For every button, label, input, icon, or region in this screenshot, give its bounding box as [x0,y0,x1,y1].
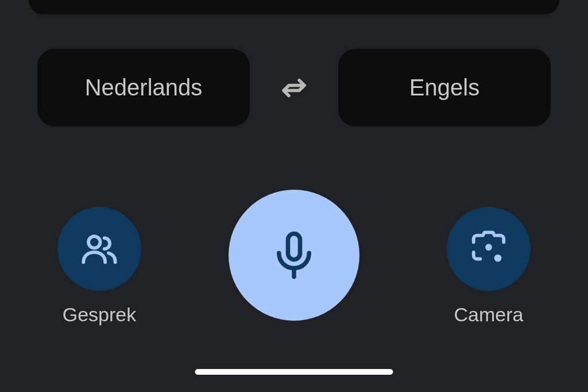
target-language-label: Engels [409,75,479,101]
conversation-label: Gesprek [63,303,137,326]
svg-rect-1 [288,234,300,260]
swap-arrows-icon [278,72,310,103]
microphone-icon [268,229,320,281]
svg-point-4 [494,255,502,262]
camera-scan-icon [469,229,509,269]
language-selector-row: Nederlands Engels [37,49,551,126]
swap-languages-button[interactable] [277,71,311,105]
camera-label: Camera [454,303,524,326]
source-language-label: Nederlands [85,75,203,101]
camera-button[interactable] [447,207,531,291]
camera-action: Camera [447,190,531,326]
voice-action [229,190,359,321]
svg-point-0 [88,236,100,248]
previous-panel-edge [29,0,559,14]
voice-input-button[interactable] [229,190,359,321]
home-indicator[interactable] [195,369,393,375]
conversation-action: Gesprek [57,190,141,326]
action-row: Gesprek Camera [57,190,531,326]
target-language-button[interactable]: Engels [338,49,551,126]
people-icon [79,229,119,269]
conversation-button[interactable] [57,207,141,291]
svg-point-3 [485,244,492,251]
source-language-button[interactable]: Nederlands [37,49,250,126]
